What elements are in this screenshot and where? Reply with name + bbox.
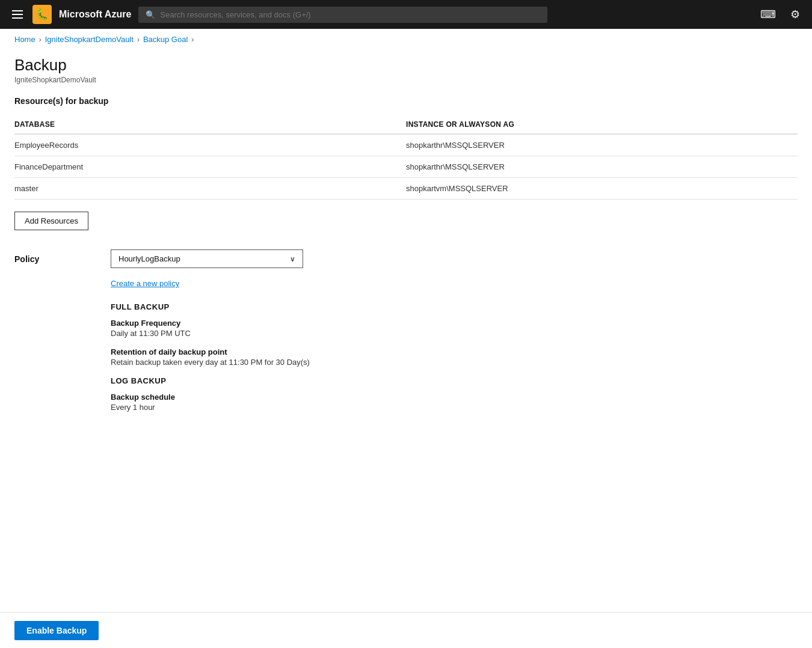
backup-frequency-item: Backup Frequency Daily at 11:30 PM UTC [111, 319, 798, 338]
resources-table: Database INSTANCE or AlwaysOn AG Employe… [14, 115, 798, 200]
topbar-right-actions: ⌨ ⚙ [758, 5, 802, 23]
search-input[interactable] [160, 10, 540, 19]
policy-row: Policy HourlyLogBackup ∨ [14, 249, 798, 268]
log-schedule-label: Backup schedule [111, 393, 798, 402]
add-resources-button[interactable]: Add Resources [14, 212, 88, 230]
breadcrumb-backup-goal[interactable]: Backup Goal [143, 35, 188, 44]
log-schedule-value: Every 1 hour [111, 403, 798, 412]
breadcrumb-home[interactable]: Home [14, 35, 35, 44]
retention-item: Retention of daily backup point Retain b… [111, 347, 798, 367]
policy-section: Policy HourlyLogBackup ∨ Create a new po… [14, 249, 798, 412]
cell-database: FinanceDepartment [14, 156, 406, 178]
hamburger-menu[interactable] [10, 8, 25, 21]
app-title: Microsoft Azure [59, 9, 131, 20]
main-content: Backup IgniteShopkartDemoVault Resource(… [0, 46, 812, 648]
search-icon: 🔍 [146, 10, 155, 19]
azure-logo-icon: 🐛 [32, 5, 52, 24]
policy-label: Policy [14, 249, 87, 264]
retention-value: Retain backup taken every day at 11:30 P… [111, 358, 798, 367]
cloud-shell-button[interactable]: ⌨ [758, 5, 778, 23]
search-bar[interactable]: 🔍 [138, 7, 547, 23]
enable-backup-button[interactable]: Enable Backup [14, 621, 99, 640]
resources-section: Resource(s) for backup Database INSTANCE… [14, 96, 798, 230]
cell-instance: shopkarthr\MSSQLSERVER [406, 134, 798, 156]
breadcrumb-sep-1: › [39, 35, 42, 44]
breadcrumb-sep-2: › [137, 35, 140, 44]
policy-dropdown-value: HourlyLogBackup [118, 254, 180, 263]
backup-frequency-value: Daily at 11:30 PM UTC [111, 329, 798, 338]
page-subtitle: IgniteShopkartDemoVault [14, 76, 798, 84]
log-backup-title: LOG BACKUP [111, 376, 798, 385]
policy-details: FULL BACKUP Backup Frequency Daily at 11… [111, 302, 798, 412]
table-row: FinanceDepartmentshopkarthr\MSSQLSERVER [14, 156, 798, 178]
topbar: 🐛 Microsoft Azure 🔍 ⌨ ⚙ [0, 0, 812, 29]
full-backup-title: FULL BACKUP [111, 302, 798, 311]
create-policy-link[interactable]: Create a new policy [111, 279, 179, 288]
chevron-down-icon: ∨ [290, 255, 295, 263]
table-row: mastershopkartvm\MSSQLSERVER [14, 178, 798, 200]
breadcrumb-sep-3: › [191, 35, 194, 44]
breadcrumb-vault[interactable]: IgniteShopkartDemoVault [45, 35, 134, 44]
col-header-instance: INSTANCE or AlwaysOn AG [406, 115, 798, 134]
breadcrumb: Home › IgniteShopkartDemoVault › Backup … [0, 29, 812, 46]
resources-heading: Resource(s) for backup [14, 96, 798, 106]
bottom-bar: Enable Backup [0, 612, 812, 648]
cell-database: master [14, 178, 406, 200]
cell-instance: shopkartvm\MSSQLSERVER [406, 178, 798, 200]
table-row: EmployeeRecordsshopkarthr\MSSQLSERVER [14, 134, 798, 156]
log-schedule-item: Backup schedule Every 1 hour [111, 393, 798, 412]
policy-dropdown[interactable]: HourlyLogBackup ∨ [111, 249, 303, 268]
col-header-database: Database [14, 115, 406, 134]
retention-label: Retention of daily backup point [111, 347, 798, 356]
cell-database: EmployeeRecords [14, 134, 406, 156]
backup-frequency-label: Backup Frequency [111, 319, 798, 328]
page-title: Backup [14, 56, 798, 75]
portal-settings-button[interactable]: ⚙ [788, 5, 802, 23]
cell-instance: shopkarthr\MSSQLSERVER [406, 156, 798, 178]
